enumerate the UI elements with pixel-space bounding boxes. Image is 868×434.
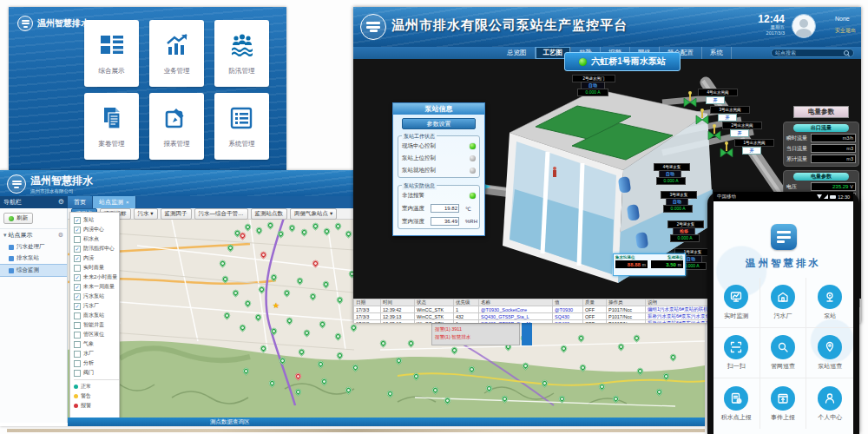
map-marker-normal[interactable]: [277, 230, 286, 239]
map-marker-alarm[interactable]: [312, 260, 320, 268]
phone-app-patrol[interactable]: 泵站巡查: [806, 328, 853, 378]
scada-tab-1[interactable]: 总览图: [499, 47, 536, 59]
map-marker-normal[interactable]: [345, 230, 353, 239]
layer-row[interactable]: ✓污水厂: [74, 301, 119, 311]
map-marker-normal[interactable]: [258, 286, 266, 294]
layer-row[interactable]: 分析: [74, 358, 119, 368]
gear-icon[interactable]: ⚙: [58, 232, 63, 239]
menu-tile-chart[interactable]: 业务管理: [149, 20, 204, 87]
map-marker-normal[interactable]: [300, 228, 309, 237]
checkbox-icon[interactable]: [74, 312, 81, 319]
layer-row[interactable]: ✓未来一周雨量: [74, 282, 119, 292]
map-marker-normal[interactable]: [412, 372, 421, 381]
map-marker-normal[interactable]: [336, 352, 345, 360]
tree-item-2[interactable]: 排水泵站: [0, 253, 67, 264]
map-marker-normal[interactable]: [350, 324, 358, 332]
phone-app-pump[interactable]: 泵站: [806, 278, 853, 328]
menu-tile-doc[interactable]: 案卷管理: [84, 93, 139, 160]
map-marker-normal[interactable]: [266, 221, 275, 230]
phone-app-user[interactable]: 个人中心: [806, 378, 853, 429]
map-marker-normal[interactable]: [323, 227, 332, 236]
map-marker-normal[interactable]: [270, 273, 279, 282]
layer-row[interactable]: 气象: [74, 339, 119, 349]
refresh-button[interactable]: 刷新: [3, 213, 33, 224]
gis-tab-1[interactable]: 首页: [68, 196, 93, 208]
map-marker-normal[interactable]: [655, 388, 664, 397]
search-box[interactable]: 站点搜索: [771, 49, 854, 57]
filter-button-3[interactable]: 污水 ▾: [134, 208, 158, 220]
map-marker-normal[interactable]: [444, 397, 452, 405]
checkbox-icon[interactable]: [74, 265, 81, 272]
map-marker-normal[interactable]: [334, 332, 343, 341]
map-marker-normal[interactable]: [636, 367, 645, 376]
map-marker-normal[interactable]: [268, 379, 277, 388]
phone-app-scan[interactable]: 扫一扫: [713, 328, 760, 378]
map-marker-normal[interactable]: [662, 372, 671, 381]
layer-row[interactable]: ✓防汛指挥中心: [74, 244, 119, 253]
layer-row[interactable]: ✓内涝中心: [74, 225, 119, 234]
map-marker-normal[interactable]: [379, 339, 388, 348]
map-marker-normal[interactable]: [617, 343, 626, 352]
gear-icon[interactable]: ⚙: [58, 199, 64, 206]
map-marker-normal[interactable]: [485, 385, 494, 393]
map-marker-normal[interactable]: [232, 289, 240, 298]
map-marker-normal[interactable]: [522, 362, 530, 371]
map-marker-normal[interactable]: [260, 345, 268, 353]
map-marker-normal[interactable]: [312, 222, 320, 231]
phone-app-report[interactable]: 积水点上报: [713, 378, 760, 429]
map-marker-normal[interactable]: [254, 313, 263, 322]
map-marker-normal[interactable]: [345, 386, 353, 395]
map-marker-normal[interactable]: [283, 289, 292, 298]
map-marker-alarm[interactable]: [260, 251, 268, 260]
close-icon[interactable]: ×: [126, 200, 129, 205]
phone-app-inspect[interactable]: 管网巡查: [760, 328, 807, 378]
layer-row[interactable]: ✓泵站: [74, 215, 119, 225]
map-marker-normal[interactable]: [541, 379, 549, 388]
map-marker-normal[interactable]: [598, 383, 607, 391]
map-marker-normal[interactable]: [255, 227, 264, 235]
checkbox-icon[interactable]: [74, 332, 81, 339]
map-marker-alarm[interactable]: [294, 372, 303, 381]
checkbox-icon[interactable]: [74, 236, 81, 243]
menu-tile-people[interactable]: 防汛管理: [214, 20, 269, 87]
avatar[interactable]: [792, 14, 816, 38]
layer-row[interactable]: 雨水泵站: [74, 311, 119, 320]
layer-row[interactable]: ✓内涝: [74, 253, 119, 263]
map-marker-normal[interactable]: [395, 357, 404, 365]
tree-item-3[interactable]: 综合监测: [0, 264, 67, 277]
layer-row[interactable]: ✓污水泵站: [74, 292, 119, 301]
gis-tab-2[interactable]: 站点监测×: [93, 196, 136, 208]
filter-button-4[interactable]: 监测因子: [161, 208, 192, 220]
map-marker-normal[interactable]: [322, 280, 331, 289]
map-marker-normal[interactable]: [431, 386, 440, 395]
checkbox-icon[interactable]: [74, 322, 81, 329]
checkbox-icon[interactable]: [74, 370, 81, 377]
checkbox-icon[interactable]: ✓: [74, 255, 81, 262]
map-marker-normal[interactable]: [309, 293, 318, 301]
map-marker-star[interactable]: ★: [273, 301, 279, 310]
map-marker-normal[interactable]: [450, 346, 459, 355]
map-marker-normal[interactable]: [334, 222, 343, 231]
filter-button-6[interactable]: 监测站点数: [251, 208, 288, 220]
checkbox-icon[interactable]: ✓: [74, 246, 81, 253]
checkbox-icon[interactable]: ✓: [74, 227, 81, 233]
map-marker-normal[interactable]: [219, 260, 227, 268]
phone-app-plant[interactable]: 污水厂: [760, 278, 807, 328]
map-marker-normal[interactable]: [286, 317, 294, 326]
map-marker-normal[interactable]: [612, 395, 621, 404]
map-marker-normal[interactable]: [579, 364, 588, 372]
checkbox-icon[interactable]: ✓: [74, 293, 81, 300]
map-marker-alarm[interactable]: [239, 232, 247, 240]
phone-app-monitor[interactable]: 实时监测: [713, 278, 760, 328]
map-marker-normal[interactable]: [386, 390, 395, 398]
map-marker-normal[interactable]: [244, 299, 253, 308]
layer-row[interactable]: 阀门: [74, 368, 119, 378]
map-marker-normal[interactable]: [336, 296, 345, 305]
tree-item-1[interactable]: 污水处理厂: [0, 241, 67, 253]
layer-row[interactable]: 智能井盖: [74, 320, 119, 330]
map-marker-normal[interactable]: [317, 360, 326, 369]
checkbox-icon[interactable]: [74, 341, 81, 348]
param-settings-button[interactable]: 参数设置: [402, 118, 476, 129]
map-marker-normal[interactable]: [242, 367, 251, 376]
map-marker-normal[interactable]: [407, 339, 416, 348]
